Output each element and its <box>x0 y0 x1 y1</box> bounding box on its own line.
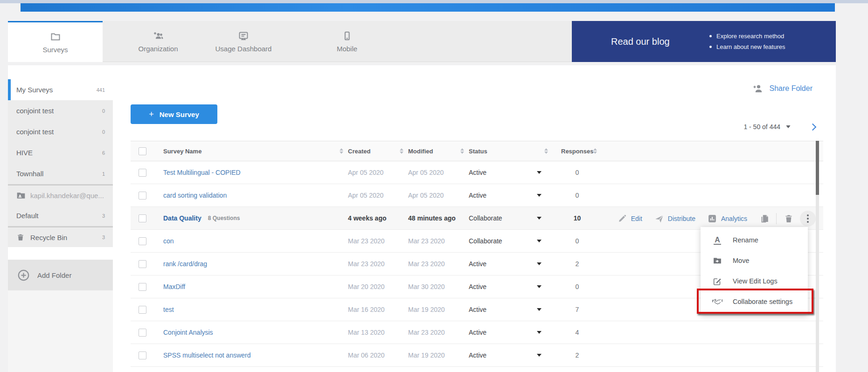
new-survey-button[interactable]: + New Survey <box>131 104 217 124</box>
created-cell: Mar 20 2020 <box>348 283 408 290</box>
status-dropdown-caret-icon[interactable] <box>537 194 542 197</box>
sidebar-filler <box>8 290 113 372</box>
folder-label: Townhall <box>16 170 102 178</box>
sort-icon[interactable] <box>400 148 403 154</box>
status-label: Active <box>469 260 486 268</box>
next-page-chevron-icon[interactable] <box>809 123 817 131</box>
menu-label: View Edit Logs <box>733 277 778 285</box>
row-checkbox[interactable] <box>139 329 146 337</box>
status-dropdown-caret-icon[interactable] <box>537 171 542 174</box>
status-label: Collaborate <box>469 214 502 222</box>
sidebar-folder-item[interactable]: HIVE 6 <box>8 142 113 163</box>
survey-name-link[interactable]: con <box>163 237 174 245</box>
row-checkbox[interactable] <box>139 214 146 222</box>
tab-surveys[interactable]: Surveys <box>8 21 103 62</box>
distribute-button[interactable]: Distribute <box>654 214 695 223</box>
copy-survey-icon[interactable] <box>759 214 770 224</box>
add-folder-plus-icon <box>17 269 30 282</box>
tab-mobile[interactable]: Mobile <box>282 21 412 62</box>
modified-cell: Mar 23 2020 <box>408 237 469 245</box>
folder-label: Recycle Bin <box>30 234 102 241</box>
column-status[interactable]: Status <box>469 148 487 155</box>
sort-icon[interactable] <box>460 148 464 154</box>
survey-name-link[interactable]: Data Quality <box>163 214 201 222</box>
table-row[interactable]: Data Quality 8 Questions 4 weeks ago 48 … <box>131 207 823 230</box>
status-dropdown-caret-icon[interactable] <box>537 240 542 242</box>
survey-name-link[interactable]: card sorting validation <box>163 192 227 199</box>
sort-icon[interactable] <box>593 148 597 154</box>
status-dropdown-caret-icon[interactable] <box>537 262 542 265</box>
edit-button[interactable]: Edit <box>618 214 642 223</box>
column-created[interactable]: Created <box>348 148 370 155</box>
blog-banner[interactable]: Read our blog Explore research method Le… <box>572 21 836 62</box>
table-row[interactable]: card sorting validation Apr 05 2020 Apr … <box>131 184 823 207</box>
more-options-button[interactable] <box>800 211 816 227</box>
sidebar-folder-item[interactable]: kapil.khandekar@que... <box>8 184 113 205</box>
menu-item-view-edit-logs[interactable]: View Edit Logs <box>701 271 808 291</box>
sidebar-folder-item[interactable]: Default 3 <box>8 205 113 226</box>
add-folder-button[interactable]: Add Folder <box>8 260 113 290</box>
action-divider <box>776 213 777 224</box>
survey-name-link[interactable]: Test Multilingual - COPIED <box>163 169 241 176</box>
row-checkbox[interactable] <box>139 169 146 177</box>
column-survey-name[interactable]: Survey Name <box>163 148 201 155</box>
row-checkbox[interactable] <box>139 192 146 200</box>
table-row[interactable]: Conjoint Analysis Mar 13 2020 Mar 23 202… <box>131 321 823 344</box>
folder-count: 6 <box>102 150 105 156</box>
pencil-icon <box>618 214 627 223</box>
menu-item-collaborate-settings[interactable]: Collaborate settings <box>701 291 808 312</box>
table-scrollbar-thumb[interactable] <box>816 141 819 195</box>
status-dropdown-caret-icon[interactable] <box>537 331 542 334</box>
created-cell: 4 weeks ago <box>348 214 408 222</box>
tab-label: Usage Dashboard <box>215 45 272 53</box>
sidebar-folder-item[interactable]: Townhall 1 <box>8 163 113 184</box>
table-row[interactable]: Test Multilingual - COPIED Apr 05 2020 A… <box>131 161 823 184</box>
banner-title[interactable]: Read our blog <box>611 21 670 62</box>
delete-survey-icon[interactable] <box>784 214 794 224</box>
analytics-button[interactable]: Analytics <box>708 214 747 223</box>
responses-cell: 2 <box>553 351 602 359</box>
menu-item-move[interactable]: Move <box>701 250 808 271</box>
survey-name-link[interactable]: test <box>163 306 174 313</box>
folder-count: 0 <box>102 129 105 135</box>
status-label: Active <box>469 283 486 290</box>
menu-item-rename[interactable]: A Rename <box>701 230 808 250</box>
status-label: Collaborate <box>469 237 502 245</box>
survey-name-link[interactable]: SPSS multiselect not answerd <box>163 351 251 359</box>
sidebar-folder-item[interactable]: My Surveys 441 <box>8 79 113 100</box>
folder-count: 0 <box>102 108 105 114</box>
status-dropdown-caret-icon[interactable] <box>537 308 542 311</box>
folder-label: kapil.khandekar@que... <box>30 192 105 200</box>
select-all-checkbox[interactable] <box>139 147 146 155</box>
folder-icon <box>50 31 61 42</box>
status-dropdown-caret-icon[interactable] <box>537 217 542 220</box>
row-checkbox[interactable] <box>139 237 146 245</box>
share-folder-button[interactable]: Share Folder <box>752 83 813 94</box>
survey-name-link[interactable]: MaxDiff <box>163 283 185 290</box>
trash-icon <box>16 233 26 242</box>
column-responses[interactable]: Responses <box>561 148 593 155</box>
sort-icon[interactable] <box>544 148 548 154</box>
sidebar-folder-item[interactable]: conjoint test 0 <box>8 121 113 142</box>
pagination-dropdown-caret-icon[interactable] <box>786 125 791 128</box>
status-dropdown-caret-icon[interactable] <box>537 354 542 357</box>
row-checkbox[interactable] <box>139 260 146 268</box>
tab-organization[interactable]: Organization <box>111 21 205 62</box>
sort-icon[interactable] <box>340 148 343 154</box>
row-checkbox[interactable] <box>139 351 146 359</box>
row-checkbox[interactable] <box>139 306 146 314</box>
survey-name-link[interactable]: rank /card/drag <box>163 260 207 268</box>
shared-folder-icon <box>16 191 26 200</box>
table-scrollbar-track[interactable] <box>816 141 819 372</box>
column-modified[interactable]: Modified <box>408 148 433 155</box>
survey-name-link[interactable]: Conjoint Analysis <box>163 329 213 336</box>
responses-cell: 0 <box>553 169 602 176</box>
tab-usage-dashboard[interactable]: Usage Dashboard <box>205 21 282 62</box>
status-label: Active <box>469 169 486 176</box>
row-checkbox[interactable] <box>139 283 146 291</box>
status-dropdown-caret-icon[interactable] <box>537 285 542 288</box>
sidebar-folder-item[interactable]: Recycle Bin 3 <box>8 226 113 247</box>
table-row[interactable]: SPSS multiselect not answerd Mar 06 2020… <box>131 344 823 367</box>
created-cell: Mar 06 2020 <box>348 351 408 359</box>
sidebar-folder-item[interactable]: conjoint test 0 <box>8 100 113 121</box>
